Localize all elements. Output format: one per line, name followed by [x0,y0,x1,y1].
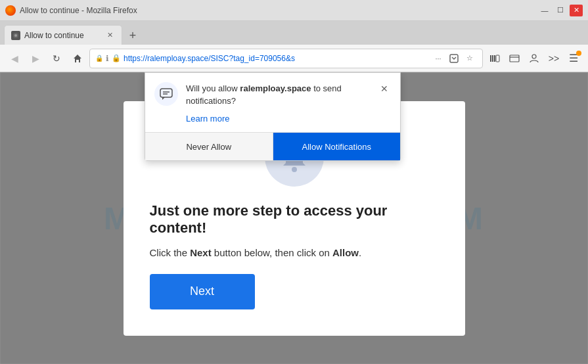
notif-buttons: Never Allow Allow Notifications [145,132,400,160]
profile-button[interactable] [525,49,543,68]
next-button[interactable]: Next [150,274,255,309]
toolbar: ◀ ▶ ↻ 🔒 ℹ 🔒 https://ralemploay.space/SIS… [0,45,588,72]
close-window-button[interactable]: ✕ [570,5,583,16]
toolbar-right: >> ☰ [486,49,583,68]
notif-site-name: ralemploay.space [240,83,311,93]
forward-button[interactable]: ▶ [26,49,45,68]
browser-window: Allow to continue - Mozilla Firefox — ☐ … [0,0,588,364]
svg-rect-6 [494,55,495,62]
new-tab-button[interactable]: + [124,26,142,45]
reload-button[interactable]: ↻ [47,49,66,68]
learn-more-link[interactable]: Learn more [186,114,229,124]
library-icon [489,54,500,63]
title-bar-left: Allow to continue - Mozilla Firefox [5,5,137,16]
subtext-bold-next: Next [190,247,212,258]
svg-rect-7 [496,55,499,62]
pocket-icon [449,54,459,63]
notif-learn-more-section: Learn more [145,112,400,132]
allow-notifications-button[interactable]: Allow Notifications [273,133,401,160]
title-bar-controls: — ☐ ✕ [538,5,583,16]
minimize-button[interactable]: — [538,5,551,16]
notif-chat-icon [154,82,178,106]
notif-close-button[interactable]: ✕ [378,82,391,95]
url-text: https://ralemploay.space/SISC?tag_id=709… [124,54,428,63]
subtext-prefix: Click the [150,247,191,258]
viewport: Th... By cli... MYANTISPYWARE.COM [0,72,588,364]
modal-subtext: Click the Next button below, then click … [150,247,362,258]
home-button[interactable] [68,49,87,68]
bookmark-button[interactable]: ☆ [463,51,477,66]
address-bar[interactable]: 🔒 ℹ 🔒 https://ralemploay.space/SISC?tag_… [89,49,483,68]
menu-button[interactable]: ☰ [564,49,583,68]
subtext-suffix: . [359,247,361,258]
svg-rect-8 [510,55,519,62]
settings-icon [12,32,19,39]
firefox-icon [5,5,16,16]
never-allow-button[interactable]: Never Allow [145,133,273,160]
svg-marker-14 [162,97,165,100]
svg-point-1 [14,34,17,37]
address-actions: ··· ☆ [431,51,477,66]
maximize-button[interactable]: ☐ [554,5,567,16]
tab-label: Allow to continue [24,31,84,40]
library-button[interactable] [486,49,504,68]
notif-title: Will you allow ralemploay.space to send … [186,83,342,106]
tab-close-button[interactable]: ✕ [104,30,115,41]
tab-bar: Allow to continue ✕ + [0,21,588,45]
svg-marker-2 [74,55,81,62]
svg-point-11 [292,167,297,172]
synced-tabs-button[interactable] [505,49,524,68]
notif-text: Will you allow ralemploay.space to send … [186,82,370,107]
chat-bubble-icon [160,87,173,101]
modal-heading: Just one more step to access your conten… [150,202,439,237]
browser-title: Allow to continue - Mozilla Firefox [20,6,137,15]
tabs-icon [509,54,520,63]
title-bar: Allow to continue - Mozilla Firefox — ☐ … [0,0,588,21]
active-tab[interactable]: Allow to continue ✕ [4,25,122,45]
notification-popup: Will you allow ralemploay.space to send … [145,72,401,161]
tab-favicon [11,31,20,40]
profile-icon [529,53,539,64]
notif-header: Will you allow ralemploay.space to send … [145,73,400,112]
pocket-button[interactable] [447,51,461,66]
notif-title-prefix: Will you allow [186,83,240,93]
svg-rect-13 [160,89,172,97]
security-icon: 🔒 [95,55,103,62]
extensions-button[interactable]: >> [545,49,563,68]
home-icon [73,54,82,63]
more-options-button[interactable]: ··· [431,51,445,66]
back-button[interactable]: ◀ [5,49,24,68]
subtext-middle: button below, then click on [212,247,332,258]
subtext-bold-allow: Allow [332,247,359,258]
lock-icon: 🔒 [112,54,121,62]
svg-rect-5 [492,55,493,62]
svg-rect-4 [490,55,491,62]
site-info-icon: ℹ [106,54,109,63]
svg-point-10 [532,55,536,58]
